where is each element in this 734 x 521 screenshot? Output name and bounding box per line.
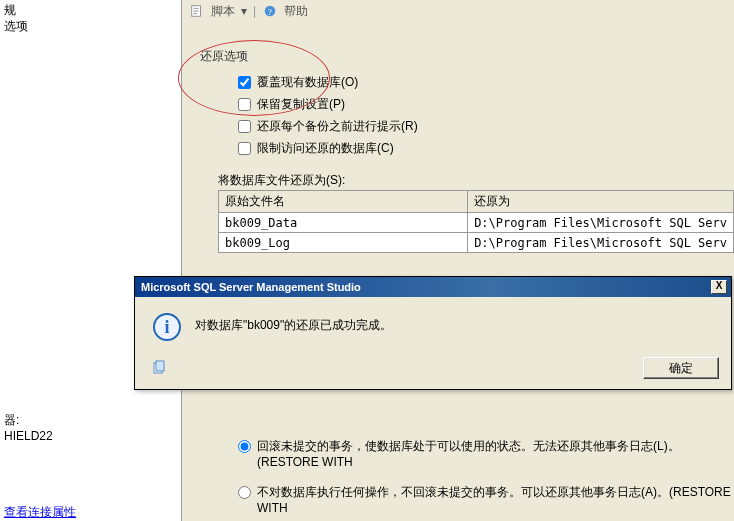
col-original-filename[interactable]: 原始文件名 xyxy=(219,191,468,213)
prompt-before-each-label: 还原每个备份之前进行提示(R) xyxy=(257,118,418,135)
cell-restoreas[interactable]: D:\Program Files\Microsoft SQL Serv xyxy=(468,213,734,233)
option-prompt-before-each[interactable]: 还原每个备份之前进行提示(R) xyxy=(238,118,418,135)
toolbar-help-label[interactable]: 帮助 xyxy=(284,3,308,20)
close-icon[interactable]: X xyxy=(711,280,727,294)
option-preserve-replication[interactable]: 保留复制设置(P) xyxy=(238,96,345,113)
dialog-title-text: Microsoft SQL Server Management Studio xyxy=(141,281,361,293)
overwrite-label: 覆盖现有数据库(O) xyxy=(257,74,358,91)
left-item-options[interactable]: 选项 xyxy=(4,18,178,34)
view-connection-props-link[interactable]: 查看连接属性 xyxy=(4,504,76,521)
option-overwrite[interactable]: 覆盖现有数据库(O) xyxy=(238,74,358,91)
dialog-message: 对数据库"bk009"的还原已成功完成。 xyxy=(195,313,392,333)
restrict-access-checkbox[interactable] xyxy=(238,142,251,155)
toolbar-separator: | xyxy=(253,4,256,18)
preserve-replication-label: 保留复制设置(P) xyxy=(257,96,345,113)
svg-text:?: ? xyxy=(268,7,272,17)
left-server-label: 器: xyxy=(4,412,178,428)
svg-rect-4 xyxy=(156,361,164,371)
recovery-radio-1[interactable] xyxy=(238,440,251,453)
table-row[interactable]: bk009_Data D:\Program Files\Microsoft SQ… xyxy=(219,213,734,233)
info-icon: i xyxy=(153,313,181,341)
toolbar-script-label[interactable]: 脚本 xyxy=(211,3,235,20)
copy-icon[interactable] xyxy=(151,360,167,376)
recovery-state-option-2[interactable]: 不对数据库执行任何操作，不回滚未提交的事务。可以还原其他事务日志(A)。(RES… xyxy=(238,484,733,516)
option-restrict-access[interactable]: 限制访问还原的数据库(C) xyxy=(238,140,394,157)
restore-files-table: 原始文件名 还原为 bk009_Data D:\Program Files\Mi… xyxy=(218,190,734,253)
recovery-radio-2[interactable] xyxy=(238,486,251,499)
overwrite-checkbox[interactable] xyxy=(238,76,251,89)
script-icon[interactable] xyxy=(189,3,205,19)
message-dialog: Microsoft SQL Server Management Studio X… xyxy=(134,276,732,390)
dialog-titlebar[interactable]: Microsoft SQL Server Management Studio X xyxy=(135,277,731,297)
left-item-general[interactable]: 规 xyxy=(4,2,178,18)
restore-files-as-label: 将数据库文件还原为(S): xyxy=(218,172,345,189)
recovery-state-option-1[interactable]: 回滚未提交的事务，使数据库处于可以使用的状态。无法还原其他事务日志(L)。(RE… xyxy=(238,438,733,470)
cell-filename: bk009_Data xyxy=(219,213,468,233)
toolbar: 脚本 ▾ | ? 帮助 xyxy=(183,0,314,22)
prompt-before-each-checkbox[interactable] xyxy=(238,120,251,133)
cell-restoreas[interactable]: D:\Program Files\Microsoft SQL Serv xyxy=(468,233,734,253)
recovery-label-1: 回滚未提交的事务，使数据库处于可以使用的状态。无法还原其他事务日志(L)。(RE… xyxy=(257,438,733,470)
cell-filename: bk009_Log xyxy=(219,233,468,253)
restore-options-heading: 还原选项 xyxy=(200,48,248,65)
recovery-label-2: 不对数据库执行任何操作，不回滚未提交的事务。可以还原其他事务日志(A)。(RES… xyxy=(257,484,733,516)
preserve-replication-checkbox[interactable] xyxy=(238,98,251,111)
help-icon[interactable]: ? xyxy=(262,3,278,19)
restrict-access-label: 限制访问还原的数据库(C) xyxy=(257,140,394,157)
ok-button[interactable]: 确定 xyxy=(643,357,719,379)
table-row[interactable]: bk009_Log D:\Program Files\Microsoft SQL… xyxy=(219,233,734,253)
dropdown-icon[interactable]: ▾ xyxy=(241,4,247,18)
col-restore-as[interactable]: 还原为 xyxy=(468,191,734,213)
left-server-name: HIELD22 xyxy=(4,428,178,444)
